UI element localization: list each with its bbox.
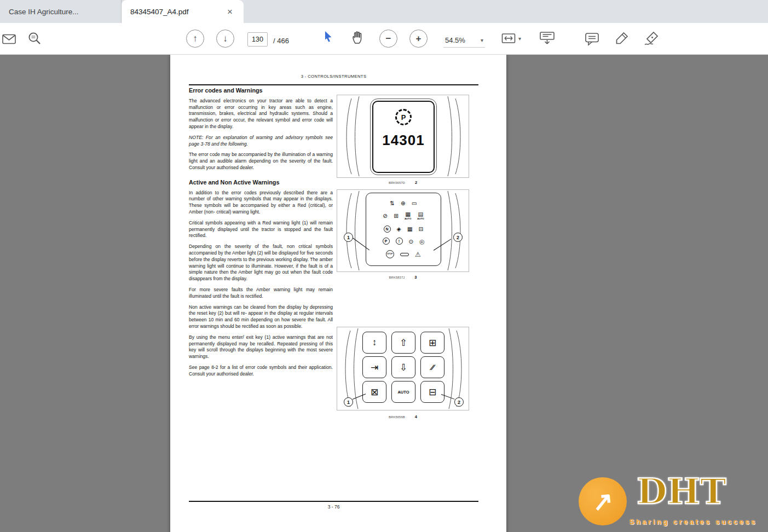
display-select-key-icon: ⊞	[429, 337, 436, 349]
paragraph: The error code may be accompanied by the…	[189, 152, 333, 171]
presentation-icon	[539, 31, 555, 45]
warning-symbol-icon: ▭	[412, 200, 417, 206]
warning-symbol-icon: ▦	[405, 211, 411, 217]
display-bezel: P 14301	[370, 99, 437, 175]
implement-key-icon: ⊟	[429, 386, 436, 398]
page-number-input[interactable]	[247, 32, 268, 47]
cursor-icon	[322, 31, 334, 43]
symbol-panel: ⇅ ⊕ ▭ ⊘ ⊞ ▦ AUTO ▤ AUTO	[366, 193, 441, 266]
warning-symbol-icon: ⇅	[390, 200, 395, 206]
pdf-page: 3 - CONTROLS/INSTRUMENTS Error codes and…	[170, 55, 506, 532]
figure-code: BRK5657D	[389, 181, 405, 184]
auto-key-label: AUTO	[397, 390, 409, 395]
arrow-down-icon: ↓	[223, 33, 228, 44]
header-rule	[189, 84, 478, 85]
display-select-key: ⊞	[420, 332, 444, 354]
paragraph: Non active warnings can be cleared from …	[189, 304, 333, 330]
footer-rule	[189, 501, 478, 502]
figure-caption: BRK5657D 2	[337, 180, 469, 185]
symbol-row: ⇅ ⊕ ▭	[369, 200, 437, 206]
figure-error-code-display: P 14301	[337, 95, 469, 178]
presentation-button[interactable]	[539, 31, 555, 45]
zoom-level-value: 54.5%	[445, 36, 465, 44]
email-button[interactable]	[2, 34, 16, 44]
highlighter-icon	[614, 31, 629, 46]
zoom-out-button[interactable]: −	[379, 30, 397, 48]
tab-pdf[interactable]: 84345407_A4.pdf ×	[122, 0, 244, 23]
pan-tool-button[interactable]	[352, 31, 365, 44]
menu-enter-exit-key: ⇥	[362, 356, 386, 378]
implement-key: ⊟	[420, 381, 444, 403]
figure-warning-symbols: ⇅ ⊕ ▭ ⊘ ⊞ ▦ AUTO ▤ AUTO	[337, 189, 469, 272]
stop-symbol-icon: STOP	[386, 250, 394, 258]
fit-width-dropdown[interactable]: ▾	[501, 33, 521, 44]
symbol-row: P ! ⊙ ◎	[369, 238, 437, 245]
arrow-up-right-icon: ↗	[591, 485, 615, 517]
paragraph: For more severe faults the Amber warning…	[189, 287, 333, 300]
tab-title: Case IH Agriculture...	[9, 8, 79, 16]
chevron-down-icon: ▾	[518, 36, 521, 42]
auto-label: AUTO	[417, 218, 424, 220]
select-tool-button[interactable]	[322, 31, 334, 43]
park-brake-symbol-icon: P	[383, 238, 390, 245]
warning-symbol-icon: ⊞	[394, 213, 399, 219]
close-tab-icon[interactable]: ×	[225, 6, 235, 18]
search-icon	[27, 31, 42, 46]
callout-1: 1	[344, 233, 353, 242]
warning-symbol-icon: ◎	[419, 239, 424, 245]
reset-key-icon: ∕∕	[431, 363, 434, 372]
previous-page-button[interactable]: ↑	[186, 30, 204, 48]
hand-icon	[352, 31, 365, 44]
minus-icon: −	[386, 33, 391, 44]
figure-number: 2	[415, 180, 417, 185]
error-code-value: 14301	[382, 132, 424, 149]
signature-button[interactable]	[643, 31, 659, 46]
tab-case-ih[interactable]: Case IH Agriculture...	[0, 0, 122, 23]
comment-icon	[585, 32, 599, 46]
symbol-row: STOP ⚠	[369, 250, 437, 258]
figure-code: BRK5837J	[389, 276, 405, 279]
gear-p-icon: P	[395, 109, 412, 125]
plus-icon: +	[416, 33, 421, 44]
paragraph: Critical symbols appearing with a Red wa…	[189, 220, 333, 239]
enter-exit-key-icon: ⇥	[371, 362, 378, 373]
warning-symbol-icon: ⊘	[383, 213, 388, 219]
section-title-active-warnings: Active and Non Active Warnings	[189, 180, 333, 186]
comment-button[interactable]	[585, 32, 599, 46]
envelope-icon	[2, 34, 16, 44]
paragraph: See page 8-2 for a list of error code sy…	[189, 365, 333, 378]
document-viewer[interactable]: 3 - CONTROLS/INSTRUMENTS Error codes and…	[0, 55, 768, 532]
arrow-down-key-icon: ⇩	[400, 362, 407, 373]
zoom-in-button[interactable]: +	[409, 30, 428, 48]
clear-display-key: ⊠	[362, 381, 386, 403]
zoom-level-dropdown[interactable]: 54.5% ▾	[443, 33, 485, 48]
pdf-toolbar: ↑ ↓ / 466 − + 54.5% ▾	[0, 23, 768, 55]
search-button[interactable]	[27, 31, 42, 46]
callout-2: 2	[454, 397, 464, 407]
signature-pen-icon	[643, 31, 659, 46]
tab-title: 84345407_A4.pdf	[130, 8, 189, 16]
highlight-button[interactable]	[614, 31, 629, 46]
figure-number: 4	[415, 414, 417, 419]
brake-warning-symbol-icon: !	[396, 238, 403, 245]
scroll-up-key: ⇧	[391, 332, 415, 354]
watermark-subtitle: Sharing creates success	[630, 518, 757, 526]
warning-triangle-icon: ⚠	[415, 251, 421, 258]
page-header: 3 - CONTROLS/INSTRUMENTS	[189, 74, 478, 79]
watermark-logo: ↗	[579, 477, 627, 525]
auto-label: AUTO	[405, 218, 411, 220]
browser-window: Case IH Agriculture... 84345407_A4.pdf ×…	[0, 0, 768, 532]
paragraph: The advanced electronics on your tractor…	[189, 98, 333, 130]
calibration-key: ↕	[362, 332, 386, 354]
note-paragraph: NOTE: For an explanation of warning and …	[189, 135, 333, 148]
neutral-symbol-icon: N	[384, 225, 391, 233]
text-column: Error codes and Warnings The advanced el…	[189, 88, 333, 381]
watermark-title: DHT	[637, 471, 726, 512]
figure-caption: BRK5656B 4	[337, 414, 469, 419]
callout-2: 2	[453, 233, 463, 242]
warning-symbol-icon: ⊙	[409, 239, 414, 245]
paragraph: Depending on the severity of the fault, …	[189, 244, 333, 282]
next-page-button[interactable]: ↓	[216, 30, 234, 48]
clear-display-key-icon: ⊠	[371, 386, 378, 398]
arrow-up-icon: ↑	[193, 33, 198, 44]
